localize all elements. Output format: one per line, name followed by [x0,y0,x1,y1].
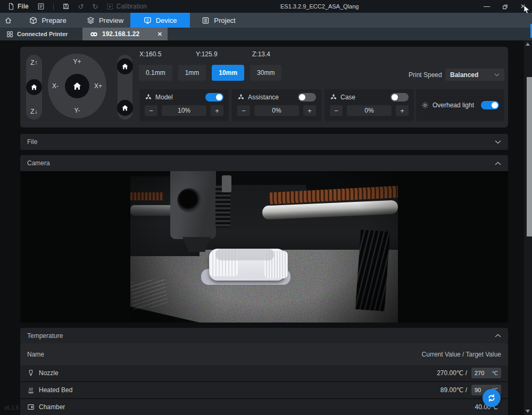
step-10mm-button[interactable]: 10mm [212,65,244,81]
coord-z: Z:13.4 [252,50,270,58]
toggle-knob [392,94,398,100]
x-home-button[interactable] [117,58,133,74]
overhead-light-card: Overhead light [416,89,504,121]
undo-button[interactable]: ↺ [75,0,87,13]
scrollbar-up-arrow[interactable] [526,43,530,46]
chevron-up-icon[interactable] [495,334,501,337]
fan-model-toggle[interactable] [205,93,223,101]
fan-model-plus-button[interactable]: + [211,105,223,116]
temp-header-name: Name [27,351,44,358]
home-y-icon [121,104,129,112]
minimize-button[interactable]: — [478,0,496,13]
chevron-up-icon[interactable] [495,162,501,165]
main-nav: Prepare Preview Device Project [0,13,532,28]
fan-case-plus-button[interactable]: + [396,105,409,116]
coord-y: Y:125.9 [196,50,218,58]
temp-row-heated-bed: Heated Bed 89.00℃ / 90 ℃ [20,382,508,399]
temp-bed-target-value: 90 [475,387,481,393]
preview-icon [87,16,95,24]
fan-case-toggle[interactable] [390,93,409,101]
nozzle-icon [27,369,35,377]
print-speed-select[interactable]: Balanced [445,69,504,81]
file-menu[interactable]: File [4,0,32,13]
printer-ip-tab[interactable]: 192.168.1.22 ✕ [82,28,168,40]
fan-assistance-toggle[interactable] [298,93,316,101]
fan-assistance-minus-button[interactable]: − [237,105,250,116]
file-icon [7,3,15,10]
heated-bed-icon [27,386,35,394]
camera-vignette [130,171,398,323]
y-minus-button[interactable]: Y- [74,107,80,114]
xy-home-button[interactable] [65,74,89,98]
prepare-icon [29,16,37,24]
refresh-icon [487,393,496,403]
fan-card-case: Case − 0% + [325,89,414,121]
toggle-knob [492,102,498,108]
temp-nozzle-unit: ℃ [492,370,498,376]
y-home-button[interactable] [117,100,133,116]
x-minus-button[interactable]: X- [52,82,59,90]
section-camera[interactable]: Camera [20,155,508,171]
print-speed-label: Print Speed [409,71,442,79]
temp-nozzle-current: 270.00℃ / [437,369,467,377]
axis-home-control [118,55,132,120]
fan-card-assistance: Assistance − 0% + [232,89,321,121]
printer-ip-label: 192.168.1.22 [102,30,139,38]
x-plus-button[interactable]: X+ [94,82,102,90]
z-home-button[interactable] [26,79,42,95]
chevron-down-icon[interactable] [495,140,501,144]
fan-icon [330,94,337,101]
temp-row-nozzle: Nozzle 270.00℃ / 270 ℃ [20,365,508,382]
scrollbar-down-arrow[interactable] [526,410,530,413]
motion-control-panel: Z↑ Z↓ Y+ X- X+ Y- X:160.5 Y [20,47,508,128]
maximize-button[interactable] [496,0,514,13]
tab-device[interactable]: Device [130,13,190,28]
overhead-light-toggle[interactable] [481,101,499,109]
vertical-scrollbar[interactable] [524,40,532,415]
fan-assistance-plus-button[interactable]: + [303,105,316,116]
undo-icon: ↺ [78,3,84,10]
chevron-down-icon [494,73,500,77]
fan-model-minus-button[interactable]: − [145,105,157,116]
temp-header-value: Current Value / Target Value [422,351,501,358]
toggle-knob [216,94,222,100]
restore-icon [502,3,509,10]
section-temperature[interactable]: Temperature [20,328,508,343]
fan-case-minus-button[interactable]: − [330,105,343,116]
temp-bed-current: 89.00℃ / [440,386,467,394]
home-xy-icon [72,81,82,91]
temp-nozzle-target-input[interactable]: 270 ℃ [471,368,501,378]
document-list-button[interactable] [34,0,48,13]
section-file[interactable]: File [20,134,508,150]
fan-case-value: 0% [347,105,392,116]
nav-home-button[interactable] [0,13,16,28]
redo-icon: ↻ [93,3,98,10]
tab-prepare-label: Prepare [41,16,66,24]
z-up-button[interactable]: Z↑ [26,59,42,66]
scrollbar-thumb[interactable] [527,77,532,236]
fan-card-model: Model − 10% + [139,89,229,121]
section-file-label: File [27,138,37,146]
redo-button[interactable]: ↻ [89,0,102,13]
fan-icon [237,94,245,101]
refresh-button[interactable] [483,389,501,407]
step-1mm-button[interactable]: 1mm [178,65,206,81]
z-down-button[interactable]: Z↓ [26,108,42,115]
save-button[interactable] [59,0,73,13]
tab-close-icon[interactable]: ✕ [157,31,162,38]
version-label: v6.1.6 [4,405,19,411]
step-0.1mm-button[interactable]: 0.1mm [139,65,172,81]
tab-device-label: Device [156,16,177,24]
section-temperature-label: Temperature [27,332,63,340]
connected-printer-button[interactable]: Connected Printer [0,28,74,40]
step-30mm-button[interactable]: 30mm [250,65,281,81]
temp-chamber-name: Chamber [39,403,65,411]
tab-preview[interactable]: Preview [80,13,130,28]
calibration-button[interactable]: Calibration [103,0,149,13]
tab-project[interactable]: Project [190,13,247,28]
grid-icon [6,31,13,38]
tab-prepare[interactable]: Prepare [16,13,80,28]
y-plus-button[interactable]: Y+ [73,58,81,65]
home-x-icon [121,63,129,70]
temp-nozzle-name: Nozzle [39,369,59,377]
